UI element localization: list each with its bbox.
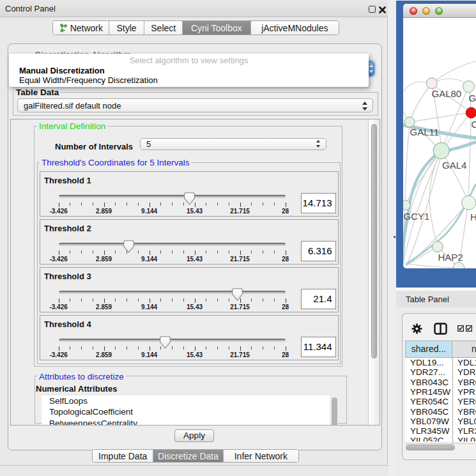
- svg-text:GA: GA: [469, 93, 476, 104]
- svg-text:GAL11: GAL11: [410, 127, 440, 137]
- svg-text:C: C: [472, 119, 476, 130]
- svg-text:GCY1: GCY1: [404, 211, 430, 222]
- svg-text:GAL80: GAL80: [432, 88, 462, 99]
- svg-text:GAL4: GAL4: [442, 160, 466, 171]
- svg-text:HAP2: HAP2: [438, 252, 463, 263]
- svg-text:H: H: [470, 211, 476, 222]
